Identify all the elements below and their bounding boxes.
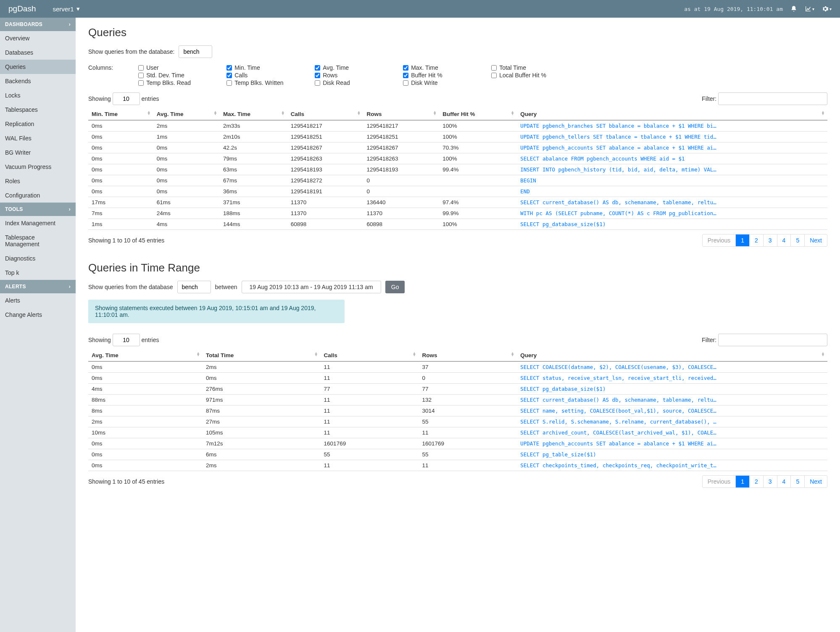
query-cell[interactable]: END xyxy=(517,186,827,197)
page-1[interactable]: 1 xyxy=(735,234,749,246)
page-4[interactable]: 4 xyxy=(777,476,791,487)
checkbox[interactable] xyxy=(226,80,232,86)
checkbox[interactable] xyxy=(315,80,320,86)
checkbox[interactable] xyxy=(491,65,497,71)
page-4[interactable]: 4 xyxy=(777,234,791,246)
query-cell[interactable]: INSERT INTO pgbench_history (tid, bid, a… xyxy=(517,164,827,175)
sidebar-item-index-management[interactable]: Index Management xyxy=(0,216,76,230)
side-header[interactable]: TOOLS› xyxy=(0,203,76,216)
sidebar-item-queries[interactable]: Queries xyxy=(0,60,76,74)
page-next[interactable]: Next xyxy=(804,234,827,246)
sidebar-item-bg-writer[interactable]: BG Writer xyxy=(0,145,76,160)
sidebar-item-databases[interactable]: Databases xyxy=(0,45,76,60)
checkbox[interactable] xyxy=(403,80,408,86)
checkbox[interactable] xyxy=(315,65,320,71)
col-header[interactable]: Buffer Hit %▲▼ xyxy=(439,108,517,120)
chart-menu[interactable]: ▾ xyxy=(805,5,814,12)
checkbox[interactable] xyxy=(226,73,232,78)
query-cell[interactable]: SELECT abalance FROM pgbench_accounts WH… xyxy=(517,153,827,164)
col-option-disk-write[interactable]: Disk Write xyxy=(403,79,479,86)
col-option-min-time[interactable]: Min. Time xyxy=(226,64,302,71)
page-3[interactable]: 3 xyxy=(763,476,777,487)
col-option-disk-read[interactable]: Disk Read xyxy=(315,79,390,86)
col-option-temp-blks-written[interactable]: Temp Blks. Written xyxy=(226,79,302,86)
sidebar-item-alerts[interactable]: Alerts xyxy=(0,293,76,308)
sidebar-item-tablespaces[interactable]: Tablespaces xyxy=(0,103,76,117)
query-cell[interactable]: UPDATE pgbench_accounts SET abalance = a… xyxy=(517,142,827,153)
col-option-std-dev-time[interactable]: Std. Dev. Time xyxy=(138,72,214,79)
sidebar-item-backends[interactable]: Backends xyxy=(0,74,76,88)
page-5[interactable]: 5 xyxy=(790,234,804,246)
sidebar-item-overview[interactable]: Overview xyxy=(0,31,76,45)
checkbox[interactable] xyxy=(138,73,144,78)
query-cell[interactable]: SELECT pg_table_size($1) xyxy=(517,449,827,460)
bell-icon[interactable] xyxy=(790,5,797,12)
query-cell[interactable]: SELECT archived_count, COALESCE(last_arc… xyxy=(517,427,827,438)
query-cell[interactable]: WITH pc AS (SELECT pubname, COUNT(*) AS … xyxy=(517,208,827,219)
query-cell[interactable]: UPDATE pgbench_branches SET bbalance = b… xyxy=(517,120,827,132)
col-option-total-time[interactable]: Total Time xyxy=(491,64,567,71)
query-cell[interactable]: SELECT checkpoints_timed, checkpoints_re… xyxy=(517,460,827,471)
page-2[interactable]: 2 xyxy=(749,476,763,487)
col-option-buffer-hit-[interactable]: Buffer Hit % xyxy=(403,72,479,79)
entries-input[interactable] xyxy=(113,92,140,105)
query-cell[interactable]: UPDATE pgbench_accounts SET abalance = a… xyxy=(517,438,827,449)
page-5[interactable]: 5 xyxy=(790,476,804,487)
checkbox[interactable] xyxy=(403,65,408,71)
checkbox[interactable] xyxy=(491,73,497,78)
col-option-rows[interactable]: Rows xyxy=(315,72,390,79)
sidebar-item-wal-files[interactable]: WAL Files xyxy=(0,131,76,145)
checkbox[interactable] xyxy=(403,73,408,78)
checkbox[interactable] xyxy=(226,65,232,71)
col-option-local-buffer-hit-[interactable]: Local Buffer Hit % xyxy=(491,72,567,79)
col-header[interactable]: Rows▲▼ xyxy=(363,108,439,120)
side-header[interactable]: DASHBOARDS› xyxy=(0,18,76,31)
page-next[interactable]: Next xyxy=(804,476,827,487)
col-option-avg-time[interactable]: Avg. Time xyxy=(315,64,390,71)
col-header[interactable]: Query▲▼ xyxy=(517,108,827,120)
col-header[interactable]: Query▲▼ xyxy=(517,350,827,361)
col-header[interactable]: Total Time▲▼ xyxy=(203,350,321,361)
col-header[interactable]: Calls▲▼ xyxy=(287,108,363,120)
sidebar-item-roles[interactable]: Roles xyxy=(0,174,76,188)
go-button[interactable]: Go xyxy=(385,281,405,293)
page-3[interactable]: 3 xyxy=(763,234,777,246)
sidebar-item-configuration[interactable]: Configuration xyxy=(0,188,76,203)
col-header[interactable]: Avg. Time▲▼ xyxy=(88,350,203,361)
query-cell[interactable]: SELECT pg_database_size($1) xyxy=(517,219,827,230)
col-header[interactable]: Min. Time▲▼ xyxy=(88,108,153,120)
query-cell[interactable]: SELECT current_database() AS db, scheman… xyxy=(517,395,827,406)
col-option-temp-blks-read[interactable]: Temp Blks. Read xyxy=(138,79,214,86)
query-cell[interactable]: BEGIN xyxy=(517,175,827,186)
settings-menu[interactable]: ▾ xyxy=(822,5,832,12)
col-header[interactable]: Calls▲▼ xyxy=(321,350,419,361)
checkbox[interactable] xyxy=(138,80,144,86)
col-header[interactable]: Avg. Time▲▼ xyxy=(153,108,220,120)
sidebar-item-top-k[interactable]: Top k xyxy=(0,266,76,280)
query-cell[interactable]: SELECT current_database() AS db, scheman… xyxy=(517,197,827,208)
sidebar-item-diagnostics[interactable]: Diagnostics xyxy=(0,251,76,266)
checkbox[interactable] xyxy=(138,65,144,71)
page-2[interactable]: 2 xyxy=(749,234,763,246)
checkbox[interactable] xyxy=(315,73,320,78)
col-header[interactable]: Rows▲▼ xyxy=(419,350,517,361)
col-option-user[interactable]: User xyxy=(138,64,214,71)
query-cell[interactable]: UPDATE pgbench_tellers SET tbalance = tb… xyxy=(517,132,827,142)
query-cell[interactable]: SELECT name, setting, COALESCE(boot_val,… xyxy=(517,406,827,416)
timerange-picker[interactable]: 19 Aug 2019 10:13 am - 19 Aug 2019 11:13… xyxy=(242,281,381,293)
tr-entries-input[interactable] xyxy=(113,334,140,346)
sidebar-item-change-alerts[interactable]: Change Alerts xyxy=(0,308,76,322)
db-input[interactable] xyxy=(179,45,212,58)
side-header[interactable]: ALERTS› xyxy=(0,280,76,293)
query-cell[interactable]: SELECT COALESCE(datname, $2), COALESCE(u… xyxy=(517,361,827,373)
col-option-calls[interactable]: Calls xyxy=(226,72,302,79)
filter-input[interactable] xyxy=(718,92,827,105)
page-1[interactable]: 1 xyxy=(735,476,749,487)
col-option-max-time[interactable]: Max. Time xyxy=(403,64,479,71)
query-cell[interactable]: SELECT status, receive_start_lsn, receiv… xyxy=(517,373,827,384)
server-selector[interactable]: server1 ▾ xyxy=(53,5,80,13)
col-header[interactable]: Max. Time▲▼ xyxy=(220,108,287,120)
sidebar-item-tablespace-management[interactable]: Tablespace Management xyxy=(0,230,76,251)
query-cell[interactable]: SELECT pg_database_size($1) xyxy=(517,384,827,395)
sidebar-item-vacuum-progress[interactable]: Vacuum Progress xyxy=(0,160,76,174)
